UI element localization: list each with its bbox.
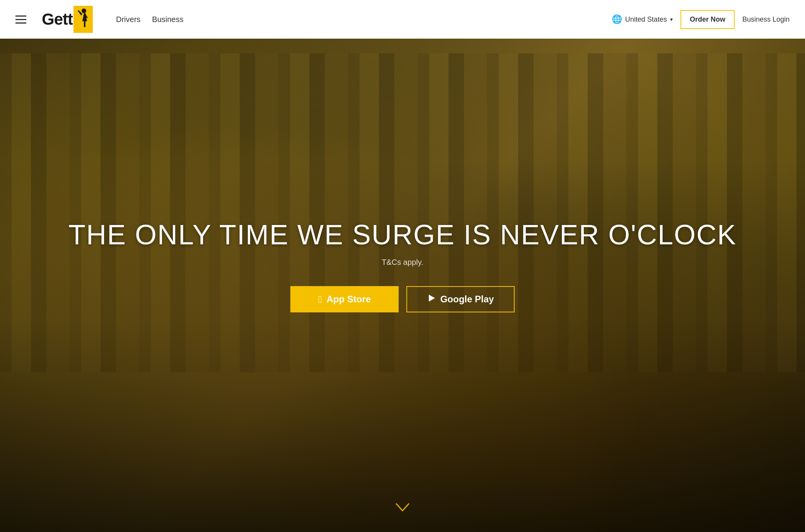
nav-drivers-link[interactable]: Drivers xyxy=(116,15,140,24)
hero-content: THE ONLY TIME WE SURGE IS NEVER O'CLOCK … xyxy=(53,220,752,312)
svg-marker-1 xyxy=(429,295,435,302)
navbar: Gett Drivers Business 🌐 Unite xyxy=(0,0,805,39)
app-store-label: App Store xyxy=(326,294,371,305)
google-play-label: Google Play xyxy=(440,294,494,305)
navbar-right: 🌐 United States ▾ Order Now Business Log… xyxy=(612,10,790,29)
hero-section: THE ONLY TIME WE SURGE IS NEVER O'CLOCK … xyxy=(0,0,805,532)
hamburger-button[interactable] xyxy=(15,15,26,24)
svg-point-0 xyxy=(82,9,86,13)
hero-buttons:  App Store Google Play xyxy=(68,286,737,312)
play-icon xyxy=(427,294,436,305)
scroll-down-button[interactable] xyxy=(395,502,410,517)
hero-subtext: T&Cs apply. xyxy=(68,258,737,267)
apple-icon:  xyxy=(318,293,322,305)
nav-business-link[interactable]: Business xyxy=(152,15,183,24)
crowd-layer xyxy=(0,160,805,532)
chevron-down-icon: ▾ xyxy=(670,16,673,22)
nav-links: Drivers Business xyxy=(116,15,184,24)
logo-icon xyxy=(73,6,93,33)
business-login-button[interactable]: Business Login xyxy=(742,15,790,24)
google-play-button[interactable]: Google Play xyxy=(406,286,515,312)
region-label: United States xyxy=(625,15,667,24)
hero-headline: THE ONLY TIME WE SURGE IS NEVER O'CLOCK xyxy=(68,220,737,250)
logo-person-icon xyxy=(75,8,91,31)
app-store-button[interactable]:  App Store xyxy=(290,286,399,312)
navbar-left: Gett Drivers Business xyxy=(15,6,184,33)
globe-icon: 🌐 xyxy=(612,14,622,24)
region-selector-button[interactable]: 🌐 United States ▾ xyxy=(612,14,673,24)
logo-text: Gett xyxy=(42,11,73,27)
logo[interactable]: Gett xyxy=(42,6,93,33)
order-now-button[interactable]: Order Now xyxy=(680,10,735,29)
